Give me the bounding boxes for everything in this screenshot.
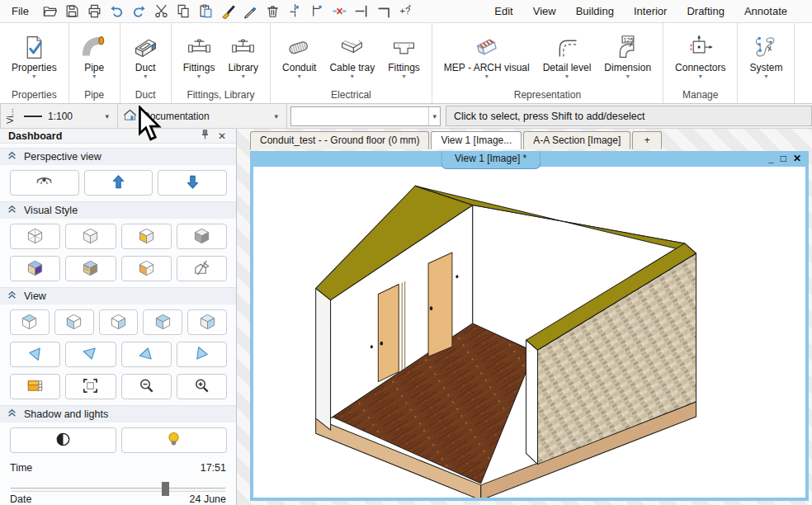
ribbon-button-fittings[interactable]: Fittings▾ xyxy=(382,32,426,81)
view-top-button[interactable] xyxy=(10,309,50,335)
pin-icon[interactable] xyxy=(201,129,210,143)
dashboard-header: Dashboard ✕ xyxy=(0,129,236,144)
format-painter-icon[interactable] xyxy=(219,2,238,21)
undo-icon[interactable] xyxy=(107,2,126,21)
ribbon-button-mep-arch-visual[interactable]: MEP - ARCH visual▾ xyxy=(438,32,536,81)
offset-snap-icon[interactable] xyxy=(308,2,327,21)
perspective-eye-button[interactable] xyxy=(10,170,79,196)
cube-textured-icon xyxy=(81,258,100,280)
search-input[interactable] xyxy=(291,109,428,124)
ribbon-group-buttons: Connectors▾ xyxy=(663,23,737,87)
cube-xray-button[interactable] xyxy=(121,256,172,281)
menu-drafting[interactable]: Drafting xyxy=(677,5,734,17)
paste-icon[interactable] xyxy=(196,2,215,21)
menu-interior[interactable]: Interior xyxy=(624,5,677,17)
ribbon-group-buttons: System▾ xyxy=(738,23,794,87)
search-combo-wrap: ▾ xyxy=(287,104,444,128)
ribbon-button-library[interactable]: Library▾ xyxy=(222,32,264,81)
trim-icon[interactable] xyxy=(352,2,371,21)
zoom-out-icon xyxy=(137,376,156,398)
minimize-icon[interactable]: _ xyxy=(768,152,774,165)
rotate-right-button[interactable] xyxy=(177,342,227,367)
ribbon-button-fittings[interactable]: Fittings▾ xyxy=(177,32,221,81)
rotate-down-button[interactable] xyxy=(65,342,116,367)
menu-building[interactable]: Building xyxy=(566,5,624,17)
collapse-chevrons-icon xyxy=(7,151,17,163)
view-mode-combo[interactable]: Documentation ▾ xyxy=(118,104,287,128)
cube-hidden-button[interactable] xyxy=(65,224,116,249)
shadow-button[interactable] xyxy=(10,427,116,453)
conduit-icon xyxy=(286,34,313,61)
restore-icon[interactable]: □ xyxy=(781,152,786,165)
chevron-down-icon: ▾ xyxy=(102,112,112,120)
close-icon[interactable]: ✕ xyxy=(216,130,228,142)
view-back-button[interactable] xyxy=(187,309,227,335)
search-combo[interactable]: ▾ xyxy=(290,106,441,126)
print-icon[interactable] xyxy=(85,2,104,21)
cut-icon[interactable] xyxy=(152,2,171,21)
render-image-icon xyxy=(26,376,45,398)
section-header-view[interactable]: View xyxy=(0,287,236,304)
ribbon-button-connectors[interactable]: Connectors▾ xyxy=(669,32,731,81)
cube-shaded-button[interactable] xyxy=(121,224,172,249)
ribbon-button-duct[interactable]: Duct▾ xyxy=(126,32,165,81)
ribbon-button-pipe[interactable]: Pipe▾ xyxy=(75,32,114,81)
rotate-left-button[interactable] xyxy=(10,342,60,367)
valve-icon xyxy=(229,34,257,61)
query-add-icon[interactable]: +?+ xyxy=(397,2,416,21)
time-label: Time xyxy=(10,462,32,474)
ribbon-button-dimension[interactable]: 125Dimension▾ xyxy=(598,32,657,81)
view-left-button[interactable] xyxy=(99,309,139,335)
arrow-down-button[interactable] xyxy=(158,170,227,196)
ribbon-button-conduit[interactable]: Conduit▾ xyxy=(276,32,322,81)
cube-hidden-icon xyxy=(81,226,100,248)
ribbon-button-system[interactable]: System▾ xyxy=(744,32,788,81)
connectors-icon xyxy=(687,34,714,61)
view-front-button[interactable] xyxy=(54,309,94,335)
collapsed-panel-tab[interactable]: Vi... xyxy=(0,104,19,128)
fit-view-button[interactable] xyxy=(65,374,116,399)
redo-icon[interactable] xyxy=(130,2,149,21)
menu-edit[interactable]: Edit xyxy=(484,5,522,17)
remove-constraint-icon[interactable] xyxy=(330,2,349,21)
ribbon-button-cable-tray[interactable]: Cable tray▾ xyxy=(323,32,380,81)
rotate-up-button[interactable] xyxy=(121,342,172,367)
open-folder-icon[interactable] xyxy=(40,2,59,21)
ribbon-button-properties[interactable]: Properties▾ xyxy=(6,32,63,81)
section-header-visual-style[interactable]: Visual Style xyxy=(0,201,236,219)
corner-icon[interactable] xyxy=(375,2,394,21)
cube-colored-button[interactable] xyxy=(10,256,60,281)
cube-textured-button[interactable] xyxy=(65,256,116,281)
view-right-button[interactable] xyxy=(143,309,182,335)
time-slider-handle[interactable] xyxy=(162,482,169,496)
cube-wireframe-button[interactable] xyxy=(10,224,60,249)
menu-view[interactable]: View xyxy=(523,5,566,17)
copy-icon[interactable] xyxy=(174,2,193,21)
color-picker-icon[interactable] xyxy=(241,2,260,21)
save-icon[interactable] xyxy=(63,2,82,21)
ribbon-button-detail-level[interactable]: Detail level▾ xyxy=(537,32,597,81)
3d-view-canvas[interactable] xyxy=(253,167,805,498)
render-image-button[interactable] xyxy=(10,374,60,399)
zoom-in-button[interactable] xyxy=(177,374,227,399)
light-button[interactable] xyxy=(121,427,228,453)
ribbon-group-label: Fittings, Library xyxy=(172,87,270,103)
delete-icon[interactable] xyxy=(263,2,282,21)
arrow-up-button[interactable] xyxy=(84,170,153,196)
menu-file[interactable]: File xyxy=(7,5,40,17)
zoom-out-button[interactable] xyxy=(121,374,172,399)
section-header-shadow-and-lights[interactable]: Shadow and lights xyxy=(0,405,236,422)
tab-a-a-section-image[interactable]: A-A Section [Image] xyxy=(523,131,630,149)
new-tab-button[interactable]: + xyxy=(632,131,662,149)
tab-conduit-test-ground-floor-0-mm[interactable]: Conduit_test - - Ground floor (0 mm) xyxy=(250,131,429,149)
node-snap-icon[interactable] xyxy=(286,2,304,21)
house-axo-button[interactable] xyxy=(177,256,227,281)
tab-view-1-image[interactable]: View 1 [Image... xyxy=(431,131,522,149)
section-header-perspective-view[interactable]: Perspective view xyxy=(0,148,236,165)
view-window-title-tab[interactable]: View 1 [Image] * xyxy=(441,151,541,169)
close-icon[interactable]: ✕ xyxy=(793,152,801,165)
dashboard-panel: Dashboard ✕ Perspective viewVisual Style… xyxy=(0,129,237,505)
cube-gray-button[interactable] xyxy=(177,224,227,249)
menu-annotate[interactable]: Annotate xyxy=(734,5,797,17)
scale-combo[interactable]: 1:100 ▾ xyxy=(19,104,118,128)
